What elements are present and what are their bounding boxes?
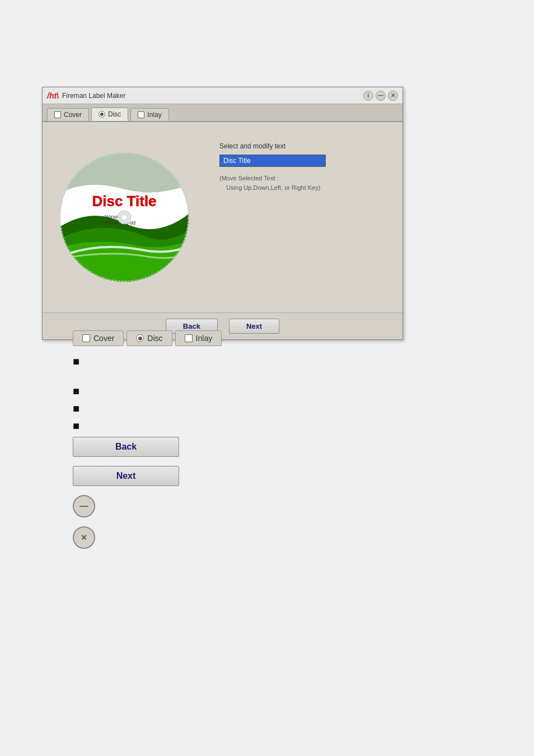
zoom-tab-disc-label: Disc [147,334,162,343]
right-panel: Select and modify text Disc Title (Move … [208,131,394,304]
tab-inlay-label: Inlay [147,111,161,119]
move-hint: (Move Selected Text : Using Up,Down,Left… [219,174,388,192]
move-hint-line2: Using Up,Down,Left, or Right Key) [226,184,320,191]
zoom-cover-checkbox[interactable] [82,334,90,342]
app-title: Fireman Label Maker [62,92,125,100]
close-button[interactable]: ✕ [388,91,398,101]
content-area: Disc Title Noname... XXXX-mm-dd Select a… [43,122,402,312]
tab-bar: Cover Disc Inlay [43,104,402,122]
svg-point-6 [122,215,127,220]
tab-cover-label: Cover [64,111,82,119]
title-bar-left: /ht\ Fireman Label Maker [47,92,125,100]
tab-disc[interactable]: Disc [91,108,128,121]
disc-radio[interactable] [99,111,105,118]
bullet-item-3: ■ [73,402,222,415]
zoom-minimize-icon[interactable]: — [73,495,95,517]
tab-cover[interactable]: Cover [47,108,89,121]
disc-preview[interactable]: Disc Title Noname... XXXX-mm-dd [51,131,197,304]
tab-inlay[interactable]: Inlay [130,108,168,121]
zoom-next-button[interactable]: Next [73,466,179,486]
zoom-tab-cover[interactable]: Cover [73,330,124,346]
title-bar: /ht\ Fireman Label Maker i — ✕ [43,87,402,104]
zoom-close-icon[interactable]: ✕ [73,526,95,549]
zoom-tab-inlay-label: Inlay [196,334,213,343]
tab-disc-label: Disc [108,110,121,118]
zoom-tab-inlay[interactable]: Inlay [175,330,222,346]
select-modify-label: Select and modify text [219,142,388,150]
minimize-button[interactable]: — [376,91,386,101]
bullet-item-4: ■ [73,419,222,432]
zoom-inlay-checkbox[interactable] [185,334,193,342]
disc-svg: Disc Title Noname... XXXX-mm-dd [57,150,191,284]
disc-radio-inner [100,113,104,116]
app-window: /ht\ Fireman Label Maker i — ✕ Cover Dis… [42,87,403,340]
svg-text:Disc Title: Disc Title [92,193,156,209]
zoom-back-button[interactable]: Back [73,437,179,457]
zoom-tab-bar: Cover Disc Inlay [73,330,222,346]
bullet-item-2: ■ [73,385,222,398]
title-bar-controls: i — ✕ [363,91,398,101]
cover-checkbox[interactable] [54,111,61,118]
move-hint-line1: (Move Selected Text : [219,175,279,181]
zoom-tab-disc[interactable]: Disc [127,330,172,346]
bullet-item-1: ■ [73,355,222,368]
zoom-disc-radio-inner [138,337,142,340]
zoomed-section: Cover Disc Inlay ■ ■ ■ ■ Back Next — ✕ [73,330,222,558]
zoom-tab-cover-label: Cover [93,334,114,343]
next-button[interactable]: Next [229,319,279,334]
disc-title-field[interactable]: Disc Title [219,155,326,167]
zoom-disc-radio[interactable] [136,334,144,342]
info-button[interactable]: i [363,91,373,101]
inlay-checkbox[interactable] [138,111,144,118]
app-logo: /ht\ [47,92,59,100]
